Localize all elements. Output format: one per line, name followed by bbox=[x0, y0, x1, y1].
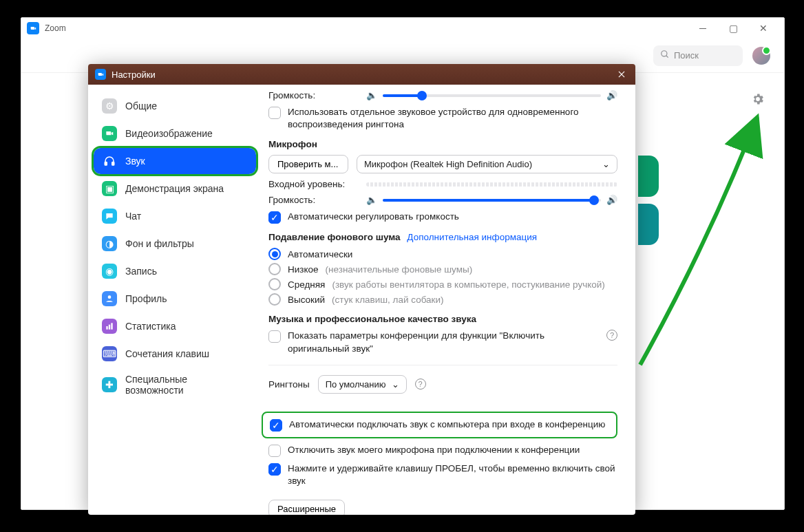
test-mic-button[interactable]: Проверить м... bbox=[268, 155, 348, 173]
svg-rect-9 bbox=[111, 323, 112, 329]
noise-option-auto[interactable]: Автоматически bbox=[268, 248, 617, 260]
screen-share-icon: ▣ bbox=[102, 181, 117, 196]
modal-logo-icon bbox=[95, 69, 106, 80]
speaker-high-icon: 🔊 bbox=[606, 195, 617, 205]
radio-hint: (стук клавиш, лай собаки) bbox=[332, 295, 443, 305]
window-title: Zoom bbox=[45, 23, 688, 33]
radio-icon bbox=[268, 263, 281, 275]
sidebar-item-recording[interactable]: ◉Запись bbox=[94, 258, 256, 284]
radio-icon bbox=[268, 248, 281, 260]
microphone-select[interactable]: Микрофон (Realtek High Definition Audio)… bbox=[357, 155, 617, 173]
separate-device-label: Использовать отдельное звуковое устройст… bbox=[288, 106, 617, 131]
sidebar-item-profile[interactable]: Профиль bbox=[94, 286, 256, 312]
separate-device-row: Использовать отдельное звуковое устройст… bbox=[268, 106, 617, 131]
sidebar-item-audio[interactable]: Звук bbox=[94, 148, 256, 174]
noise-option-medium[interactable]: Средняя (звук работы вентилятора в компь… bbox=[268, 278, 617, 290]
window-minimize-button[interactable]: ─ bbox=[688, 18, 718, 39]
help-icon[interactable]: ? bbox=[415, 379, 426, 390]
mute-on-join-label: Отключить звук моего микрофона при подкл… bbox=[288, 444, 580, 456]
chevron-down-icon: ⌄ bbox=[602, 159, 610, 169]
sidebar-item-label: Демонстрация экрана bbox=[125, 183, 224, 194]
headphones-icon bbox=[102, 153, 117, 169]
radio-icon bbox=[268, 278, 281, 290]
window-close-button[interactable]: ✕ bbox=[748, 18, 779, 39]
noise-option-low[interactable]: Низкое (незначительные фоновые шумы) bbox=[268, 263, 617, 275]
search-input[interactable]: Поиск bbox=[653, 45, 743, 66]
sidebar-item-label: Фон и фильтры bbox=[125, 238, 194, 249]
keyboard-icon: ⌨ bbox=[102, 346, 117, 361]
sidebar-item-label: Общие bbox=[125, 100, 157, 111]
divider bbox=[268, 365, 617, 365]
settings-modal: Настройки ⚙Общие Видеоизображение Звук ▣… bbox=[88, 64, 635, 515]
mute-on-join-row: Отключить звук моего микрофона при подкл… bbox=[268, 444, 617, 457]
sidebar-item-label: Звук bbox=[125, 156, 145, 167]
sidebar-item-label: Чат bbox=[125, 211, 141, 222]
radio-label: Высокий bbox=[288, 295, 325, 305]
settings-gear-icon[interactable] bbox=[751, 92, 765, 106]
noise-more-info-link[interactable]: Дополнительная информация bbox=[407, 232, 537, 242]
auto-join-audio-checkbox[interactable]: ✓ bbox=[270, 419, 282, 432]
modal-header: Настройки bbox=[88, 64, 635, 85]
sidebar-item-shortcuts[interactable]: ⌨Сочетания клавиш bbox=[94, 341, 256, 367]
mute-on-join-checkbox[interactable] bbox=[268, 445, 281, 457]
radio-hint: (звук работы вентилятора в компьютере, п… bbox=[332, 279, 604, 290]
sidebar-item-video[interactable]: Видеоизображение bbox=[94, 120, 256, 147]
speaker-high-icon: 🔊 bbox=[606, 90, 617, 100]
svg-rect-5 bbox=[112, 162, 114, 166]
noise-option-high[interactable]: Высокий (стук клавиш, лай собаки) bbox=[268, 293, 617, 306]
separate-device-checkbox[interactable] bbox=[268, 107, 281, 119]
ringtone-selected: По умолчанию bbox=[326, 379, 386, 390]
radio-icon bbox=[268, 293, 281, 306]
sidebar-item-label: Специальные возможности bbox=[125, 374, 248, 396]
space-unmute-checkbox[interactable]: ✓ bbox=[268, 463, 281, 476]
volume-label: Громкость: bbox=[268, 90, 358, 100]
auto-join-audio-row: ✓ Автоматически подключать звук с компью… bbox=[262, 412, 617, 438]
advanced-button[interactable]: Расширенные bbox=[268, 500, 345, 515]
speaker-low-icon: 🔈 bbox=[366, 90, 377, 100]
radio-label: Автоматически bbox=[288, 249, 352, 259]
zoom-logo-icon bbox=[27, 22, 39, 34]
ringtones-row: Рингтоны По умолчанию ⌄ ? bbox=[268, 375, 617, 394]
sidebar-item-general[interactable]: ⚙Общие bbox=[94, 93, 256, 119]
mic-volume-slider[interactable] bbox=[383, 199, 601, 202]
svg-rect-7 bbox=[106, 326, 107, 330]
stats-icon bbox=[102, 319, 117, 334]
window-maximize-button[interactable]: ▢ bbox=[718, 18, 748, 39]
sidebar-item-accessibility[interactable]: ✚Специальные возможности bbox=[94, 368, 256, 401]
auto-adjust-row: ✓ Автоматически регулировать громкость bbox=[268, 211, 617, 224]
accessibility-icon: ✚ bbox=[102, 377, 117, 392]
modal-body: ⚙Общие Видеоизображение Звук ▣Демонстрац… bbox=[88, 85, 635, 515]
ringtone-select[interactable]: По умолчанию ⌄ bbox=[318, 375, 407, 394]
original-sound-checkbox[interactable] bbox=[268, 330, 281, 343]
original-sound-label: Показать параметры конференции для функц… bbox=[288, 330, 600, 354]
chat-icon bbox=[102, 209, 117, 224]
speaker-volume-slider[interactable] bbox=[383, 94, 601, 97]
svg-line-1 bbox=[666, 56, 668, 58]
space-unmute-label: Нажмите и удерживайте клавишу ПРОБЕЛ, чт… bbox=[288, 462, 617, 487]
avatar[interactable] bbox=[752, 47, 770, 65]
sidebar-item-share[interactable]: ▣Демонстрация экрана bbox=[94, 175, 256, 202]
speaker-low-icon: 🔈 bbox=[366, 195, 377, 205]
ringtones-label: Рингтоны bbox=[268, 379, 310, 390]
modal-close-button[interactable] bbox=[615, 67, 628, 81]
help-icon[interactable]: ? bbox=[606, 330, 617, 341]
original-sound-row: Показать параметры конференции для функц… bbox=[268, 330, 617, 354]
sidebar-item-label: Статистика bbox=[125, 321, 176, 332]
sidebar-item-stats[interactable]: Статистика bbox=[94, 313, 256, 339]
video-icon bbox=[102, 126, 117, 141]
search-placeholder: Поиск bbox=[674, 50, 699, 61]
sidebar-item-background[interactable]: ◑Фон и фильтры bbox=[94, 231, 256, 257]
sidebar-item-label: Профиль bbox=[125, 293, 167, 304]
svg-point-0 bbox=[662, 51, 667, 56]
speaker-volume-row: Громкость: 🔈 🔊 bbox=[268, 90, 617, 100]
auto-adjust-checkbox[interactable]: ✓ bbox=[268, 211, 281, 224]
sidebar-item-label: Сочетания клавиш bbox=[125, 348, 209, 359]
zoom-app-window: Zoom ─ ▢ ✕ Поиск Настройки ⚙Общие bbox=[21, 17, 785, 510]
gear-icon: ⚙ bbox=[102, 98, 117, 114]
sidebar-item-chat[interactable]: Чат bbox=[94, 203, 256, 229]
svg-point-6 bbox=[108, 295, 112, 299]
microphone-section-title: Микрофон bbox=[268, 139, 617, 149]
input-level-label: Входной уровень: bbox=[268, 179, 358, 189]
svg-rect-4 bbox=[105, 162, 107, 166]
background-decoration bbox=[638, 156, 668, 266]
